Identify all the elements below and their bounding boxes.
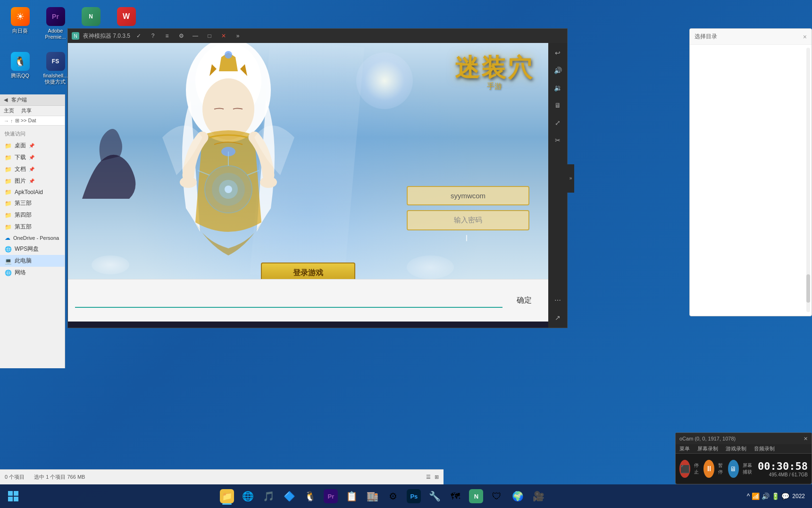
nox-right-sidebar: ↩ 🔊 🔉 🖥 ⤢ ✂ ⋯ ↗ — [548, 43, 567, 328]
username-field[interactable]: syymwcom — [407, 186, 529, 205]
back-icon[interactable]: ◀ — [4, 97, 8, 103]
taskbar-browser[interactable]: 🌐 — [238, 487, 257, 506]
network-icon: 🌐 — [5, 270, 12, 276]
taskbar-security[interactable]: 🛡 — [487, 487, 506, 506]
store-icon: 🏬 — [365, 489, 379, 503]
nox-expand-button[interactable]: » — [567, 164, 574, 193]
nox-btn-menu[interactable]: ≡ — [162, 31, 172, 41]
ocam-menu-game[interactable]: 游戏录制 — [722, 444, 750, 453]
desktop-icon-qq[interactable]: 🐧 腾讯QQ — [5, 52, 35, 85]
tray-battery[interactable]: 🔋 — [771, 492, 779, 500]
taskbar-task-mgr[interactable]: 📋 — [342, 487, 361, 506]
ocam-menu-screen[interactable]: 屏幕录制 — [694, 444, 722, 453]
sidebar-item-network[interactable]: 🌐 网络 — [0, 267, 65, 279]
nox-btn-vol-up[interactable]: 🔊 — [550, 63, 565, 78]
svg-rect-17 — [8, 491, 13, 496]
panel-scrollbar[interactable] — [806, 48, 810, 312]
sidebar-item-onedrive[interactable]: ☁ OneDrive - Persona — [0, 233, 65, 243]
nox-btn-vol-down[interactable]: 🔉 — [550, 80, 565, 95]
taskbar-edge[interactable]: 🌍 — [508, 487, 527, 506]
sidebar-item-documents[interactable]: 📁 文档 📌 — [0, 163, 65, 175]
grid-view-icon[interactable]: ⊞ — [435, 474, 439, 480]
premiere-taskbar-icon: Pr — [324, 489, 338, 503]
panel-close-button[interactable]: × — [803, 33, 807, 41]
list-view-icon[interactable]: ☰ — [426, 474, 431, 480]
ocam-pause-button[interactable]: ⏸ — [703, 460, 714, 478]
tray-volume[interactable]: 🔊 — [762, 492, 770, 500]
sidebar-item-desktop[interactable]: 📁 桌面 📌 — [0, 140, 65, 152]
nox-btn-maximize[interactable]: □ — [205, 31, 214, 41]
scrollbar-thumb[interactable] — [806, 274, 810, 303]
premiere-label: AdobePremie... — [45, 28, 66, 40]
taskbar-app4[interactable]: 🔷 — [280, 487, 299, 506]
clock-time: 2022 — [792, 492, 805, 500]
nox-btn-rotate[interactable]: ↩ — [550, 45, 565, 60]
stop-label: 停止 — [694, 462, 700, 475]
nox-btn-screen[interactable]: 🖥 — [550, 98, 565, 113]
sidebar-item-part4[interactable]: 📁 第四部 — [0, 209, 65, 221]
nox-btn-full[interactable]: ⤢ — [550, 115, 565, 130]
dark-beast — [73, 114, 143, 208]
nox-btn-check[interactable]: ✓ — [134, 31, 143, 41]
desktop-icon-finalshell[interactable]: FS finalshell...快捷方式 — [40, 52, 71, 85]
sidebar-item-thispc[interactable]: 💻 此电脑 — [0, 255, 65, 267]
taskbar-photoshop[interactable]: Ps — [404, 487, 423, 506]
taskbar-clock[interactable]: 2022 — [792, 492, 805, 500]
ocam-titlebar: oCam (0, 0, 1917, 1078) ✕ — [676, 433, 812, 444]
tray-notification[interactable]: 💬 — [781, 492, 789, 500]
taskbar-video[interactable]: 🎥 — [529, 487, 548, 506]
ocam-capture-button[interactable]: 🖥 — [728, 460, 739, 478]
password-field[interactable]: 输入密码 — [407, 210, 529, 230]
taskbar-map[interactable]: 🗺 — [446, 487, 465, 506]
nox-btn-expand[interactable]: » — [233, 31, 243, 41]
pause-icon: ⏸ — [705, 465, 713, 473]
ocam-menu-audio[interactable]: 音频录制 — [750, 444, 779, 453]
nox-btn-cut[interactable]: ✂ — [550, 133, 565, 148]
taskbar-nox[interactable]: N — [467, 487, 486, 506]
tab-share[interactable]: 共享 — [21, 107, 32, 114]
folder-icon-doc: 📁 — [5, 166, 12, 173]
stop-label-group: 停止 — [694, 462, 700, 475]
capture-icon: 🖥 — [730, 465, 737, 473]
game-title-container: 迷装穴 手游 — [455, 57, 534, 92]
tab-home[interactable]: 主页 — [4, 107, 14, 114]
sidebar-item-pictures[interactable]: 📁 图片 📌 — [0, 175, 65, 187]
taskbar-premiere[interactable]: Pr — [321, 487, 340, 506]
ocam-menu-main[interactable]: 菜单 — [676, 444, 694, 453]
taskbar-qq[interactable]: 🐧 — [301, 487, 319, 506]
sidebar-item-apktoolaid[interactable]: 📁 ApkToolAid — [0, 187, 65, 197]
lotus-right — [407, 255, 454, 279]
sidebar-item-part5[interactable]: 📁 第五部 — [0, 221, 65, 233]
taskbar-systray: ^ 📶 🔊 🔋 💬 2022 — [742, 492, 810, 500]
taskbar-store[interactable]: 🏬 — [363, 487, 382, 506]
taskbar-settings[interactable]: ⚙ — [384, 487, 402, 506]
svg-point-13 — [225, 186, 232, 193]
folder-icon-apk: 📁 — [5, 189, 12, 195]
sidebar-item-part3[interactable]: 📁 第三部 — [0, 197, 65, 209]
tray-network[interactable]: 📶 — [752, 492, 760, 500]
nox-btn-minimize[interactable]: — — [191, 31, 200, 41]
windows-logo — [8, 491, 19, 502]
nox-text-input[interactable] — [75, 294, 502, 308]
ocam-stop-button[interactable]: ⬛ — [679, 460, 690, 478]
taskbar-file-manager[interactable]: 📁 — [218, 487, 236, 506]
taskbar-tool[interactable]: 🔧 — [425, 487, 444, 506]
taskbar-media[interactable]: 🎵 — [259, 487, 278, 506]
ocam-close[interactable]: ✕ — [804, 436, 808, 442]
explorer-nav-tabs: 主页 共享 — [0, 106, 65, 116]
panel-body — [690, 45, 812, 59]
start-button[interactable] — [2, 486, 24, 507]
desktop-icon-meeting[interactable]: ☀ 向日葵 — [5, 7, 35, 40]
sidebar-item-wps-cloud[interactable]: 🌐 WPS网盘 — [0, 243, 65, 255]
sidebar-item-downloads[interactable]: 📁 下载 📌 — [0, 152, 65, 163]
nox-btn-more[interactable]: ⋯ — [550, 293, 565, 308]
meeting-label: 向日葵 — [12, 28, 28, 34]
nox-btn-help[interactable]: ? — [148, 31, 158, 41]
nox-btn-share2[interactable]: ↗ — [550, 310, 565, 325]
tray-expand[interactable]: ^ — [747, 492, 750, 500]
nox-btn-settings[interactable]: ⚙ — [176, 31, 186, 41]
login-button[interactable]: 登录游戏 — [261, 262, 355, 279]
nox-confirm-button[interactable]: 确定 — [507, 292, 541, 309]
desktop-icon-premiere[interactable]: Pr AdobePremie... — [40, 7, 71, 40]
nox-btn-close[interactable]: ✕ — [219, 31, 228, 41]
